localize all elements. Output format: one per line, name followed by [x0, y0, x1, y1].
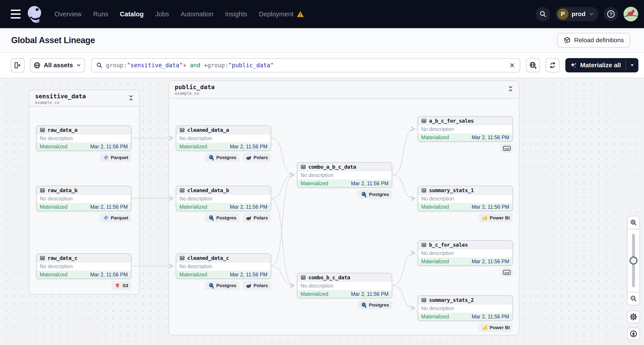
zoom-in-button[interactable] — [628, 216, 640, 229]
table-icon — [180, 188, 185, 193]
asset-node-cleaned-data-b[interactable]: cleaned_data_b No description Materializ… — [176, 186, 271, 211]
table-icon — [421, 188, 426, 193]
nav-item-catalog[interactable]: Catalog — [120, 10, 144, 18]
user-avatar[interactable] — [624, 7, 638, 22]
asset-name: summary_stats_2 — [429, 297, 474, 303]
asset-description: No description — [176, 134, 270, 142]
asset-description: No description — [298, 282, 392, 290]
materialize-all-button[interactable]: Materialize all — [565, 58, 638, 72]
asset-search-input[interactable]: group:"sensitive_data"+ and +group:"publ… — [91, 58, 520, 72]
clear-search-button[interactable] — [509, 62, 515, 68]
materialization-timestamp[interactable]: Mar 2, 11:56 PM — [230, 272, 268, 278]
asset-node-cleaned-data-c[interactable]: cleaned_data_c No description Materializ… — [176, 254, 271, 279]
postgres-icon — [361, 302, 367, 308]
materialization-timestamp[interactable]: Mar 2, 11:56 PM — [90, 272, 128, 278]
kind-badge-postgres[interactable]: Postgres — [205, 281, 240, 290]
lineage-canvas[interactable]: sensitive_data example_co public_data ex… — [0, 78, 644, 345]
materialize-options-button[interactable] — [626, 58, 638, 72]
asset-name: combo_a_b_c_data — [308, 164, 356, 170]
kind-badge-powerbi[interactable]: Power BI — [479, 323, 513, 332]
nav-item-runs[interactable]: Runs — [93, 10, 108, 18]
zoom-slider[interactable] — [628, 229, 640, 292]
search-icon — [539, 10, 547, 18]
nav-item-jobs[interactable]: Jobs — [155, 10, 169, 18]
lineage-toolbar: All assets group:"sensitive_data"+ and +… — [0, 53, 644, 78]
materialization-timestamp[interactable]: Mar 2, 11:56 PM — [230, 204, 268, 210]
kind-badge-csv[interactable]: csv — [501, 144, 513, 153]
nav-item-deployment[interactable]: Deployment — [259, 10, 304, 18]
materialization-timestamp[interactable]: Mar 2, 11:56 PM — [90, 144, 128, 150]
asset-node-raw-data-b[interactable]: raw_data_b No description MaterializedMa… — [36, 186, 132, 211]
search-icon — [96, 62, 103, 68]
nav-item-overview[interactable]: Overview — [54, 10, 82, 18]
kind-badge-polars[interactable]: Polars — [243, 281, 271, 290]
postgres-icon — [208, 215, 214, 221]
kind-badge-parquet[interactable]: Parquet — [100, 153, 132, 162]
asset-description: No description — [37, 134, 131, 142]
global-search-button[interactable] — [536, 7, 550, 21]
help-button[interactable]: ? — [604, 7, 618, 21]
kind-badge-s3[interactable]: S3 — [112, 281, 132, 290]
materialize-all-main[interactable]: Materialize all — [565, 58, 626, 72]
asset-node-cleaned-data-a[interactable]: cleaned_data_a No description Materializ… — [176, 125, 271, 151]
menu-icon[interactable] — [11, 10, 20, 18]
badge-row: Parquet — [36, 153, 132, 162]
asset-node-b-c-for-sales[interactable]: b_c_for_sales No description Materialize… — [418, 240, 513, 266]
view-options-button[interactable] — [526, 58, 540, 72]
reload-cube-icon — [563, 36, 571, 44]
materialization-timestamp[interactable]: Mar 2, 11:56 PM — [230, 144, 268, 150]
badge-row: Postgres — [297, 300, 392, 310]
table-icon — [421, 118, 426, 124]
table-icon — [421, 298, 426, 303]
refresh-button[interactable] — [546, 58, 560, 72]
reload-definitions-button[interactable]: Reload definitions — [557, 33, 630, 48]
kind-badge-powerbi[interactable]: Power BI — [479, 214, 513, 222]
kind-badge-parquet[interactable]: Parquet — [100, 214, 132, 222]
s3-icon — [115, 283, 120, 288]
asset-node-combo-a-b-c-data[interactable]: combo_a_b_c_data No description Material… — [297, 162, 392, 188]
asset-node-raw-data-a[interactable]: raw_data_a No description MaterializedMa… — [36, 125, 132, 151]
asset-node-a-b-c-for-sales[interactable]: a_b_c_for_sales No description Materiali… — [418, 116, 513, 142]
kind-badge-csv[interactable]: csv — [501, 268, 513, 277]
asset-node-summary-stats-1[interactable]: summary_stats_1 No description Materiali… — [418, 186, 513, 211]
asset-description: No description — [418, 194, 512, 203]
kind-badge-polars[interactable]: Polars — [243, 214, 271, 222]
asset-filter-dropdown[interactable]: All assets — [30, 58, 85, 72]
asset-node-combo-b-c-data[interactable]: combo_b_c_data No description Materializ… — [297, 273, 392, 298]
materialization-timestamp[interactable]: Mar 2, 11:56 PM — [90, 204, 128, 210]
download-image-button[interactable] — [627, 328, 640, 340]
svg-text:csv: csv — [504, 271, 509, 274]
materialization-timestamp[interactable]: Mar 2, 11:56 PM — [472, 204, 509, 210]
zoom-out-button[interactable] — [628, 292, 640, 305]
badge-row: Power BI — [418, 323, 513, 332]
graph-settings-button[interactable] — [627, 310, 640, 323]
zoom-slider-thumb[interactable] — [630, 256, 638, 264]
open-left-panel-button[interactable] — [11, 58, 24, 72]
materialization-timestamp[interactable]: Mar 2, 11:56 PM — [472, 258, 509, 264]
nav-item-insights[interactable]: Insights — [225, 10, 247, 18]
asset-description: No description — [418, 304, 512, 312]
top-nav: Overview Runs Catalog Jobs Automation In… — [0, 0, 644, 28]
kind-badge-postgres[interactable]: Postgres — [358, 300, 392, 310]
kind-badge-postgres[interactable]: Postgres — [205, 214, 240, 222]
kind-badge-polars[interactable]: Polars — [243, 153, 271, 162]
deployment-switcher[interactable]: P prod — [556, 7, 598, 21]
status-label: Materialized — [421, 134, 449, 140]
help-icon: ? — [606, 10, 616, 18]
asset-node-summary-stats-2[interactable]: summary_stats_2 No description Materiali… — [418, 296, 513, 321]
dagster-logo[interactable] — [26, 5, 43, 24]
materialization-timestamp[interactable]: Mar 2, 11:56 PM — [351, 291, 388, 297]
asset-description: No description — [418, 125, 512, 134]
csv-icon: csv — [503, 269, 511, 276]
nav-item-automation[interactable]: Automation — [180, 10, 214, 18]
asset-node-raw-data-c[interactable]: raw_data_c No description MaterializedMa… — [36, 254, 132, 279]
materialization-timestamp[interactable]: Mar 2, 11:56 PM — [472, 134, 509, 140]
deployment-name: prod — [572, 10, 586, 18]
kind-badge-postgres[interactable]: Postgres — [205, 153, 240, 162]
kind-badge-postgres[interactable]: Postgres — [358, 190, 392, 199]
lineage-edge — [271, 138, 294, 175]
materialization-timestamp[interactable]: Mar 2, 11:56 PM — [351, 180, 388, 186]
materialization-timestamp[interactable]: Mar 2, 11:56 PM — [472, 314, 509, 320]
page-header: Global Asset Lineage Reload definitions — [0, 28, 644, 53]
polars-icon — [246, 154, 252, 160]
